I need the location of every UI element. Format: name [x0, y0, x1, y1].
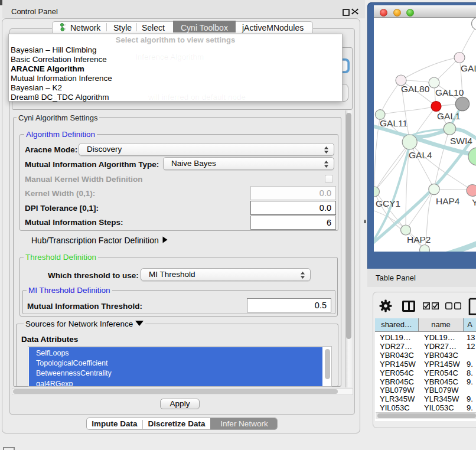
svg-text:SWI4: SWI4	[450, 136, 472, 146]
svg-text:GAL11: GAL11	[380, 118, 407, 128]
svg-text:GAL7: GAL7	[461, 63, 476, 73]
svg-text:YM: YM	[472, 197, 476, 207]
svg-text:GAL10: GAL10	[435, 87, 464, 97]
svg-text:HAP2: HAP2	[407, 234, 431, 244]
svg-text:GAL80: GAL80	[401, 84, 430, 94]
svg-text:GCY1: GCY1	[376, 198, 400, 208]
svg-text:GAL4: GAL4	[409, 150, 432, 160]
svg-text:HAP4: HAP4	[436, 196, 460, 206]
svg-text:GAL1: GAL1	[437, 111, 461, 121]
